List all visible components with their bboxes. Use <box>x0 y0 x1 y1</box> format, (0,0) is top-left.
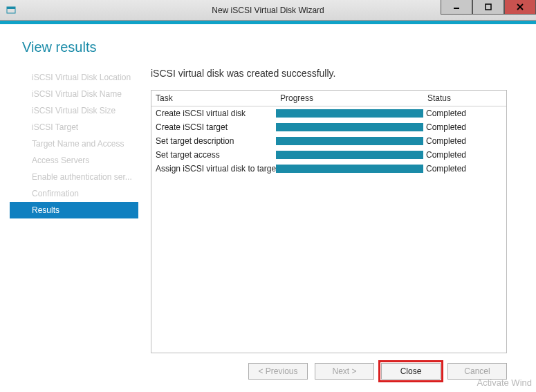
cancel-button: Cancel <box>447 363 507 380</box>
window-title: New iSCSI Virtual Disk Wizard <box>212 6 324 15</box>
progress-cell <box>276 109 423 118</box>
task-cell: Set target access <box>151 150 276 160</box>
status-cell: Completed <box>423 150 506 160</box>
progress-bar <box>276 123 423 131</box>
result-message: iSCSI virtual disk was created successfu… <box>151 68 507 79</box>
sidebar-step-8[interactable]: Results <box>10 202 138 218</box>
progress-bar <box>276 137 423 145</box>
table-row: Create iSCSI targetCompleted <box>151 120 506 134</box>
status-cell: Completed <box>423 109 506 118</box>
maximize-button[interactable] <box>472 0 504 15</box>
sidebar-step-6: Enable authentication ser... <box>22 169 138 185</box>
table-row: Create iSCSI virtual diskCompleted <box>151 106 506 120</box>
main-panel: iSCSI virtual disk was created successfu… <box>138 68 536 353</box>
task-cell: Assign iSCSI virtual disk to target <box>151 164 276 174</box>
table-row: Set target accessCompleted <box>151 148 506 162</box>
status-cell: Completed <box>423 122 506 132</box>
progress-bar <box>276 151 423 159</box>
progress-cell <box>276 137 423 145</box>
progress-cell <box>276 123 423 131</box>
minimize-button[interactable] <box>441 0 472 15</box>
close-button[interactable]: Close <box>381 363 441 380</box>
window-controls <box>441 0 536 20</box>
sidebar-step-4: Target Name and Access <box>22 136 138 152</box>
progress-cell <box>276 165 423 173</box>
progress-bar <box>276 109 423 118</box>
sidebar-step-0: iSCSI Virtual Disk Location <box>22 69 138 86</box>
previous-button: < Previous <box>248 363 308 380</box>
grid-header: Task Progress Status <box>151 91 506 106</box>
progress-cell <box>276 151 423 159</box>
col-header-status[interactable]: Status <box>423 91 506 106</box>
sidebar-step-3: iSCSI Target <box>22 119 138 136</box>
page-heading: View results <box>0 24 536 68</box>
results-grid: Task Progress Status Create iSCSI virtua… <box>151 90 507 353</box>
wizard-buttons: < Previous Next > Close Cancel <box>0 353 536 392</box>
svg-rect-3 <box>486 4 491 10</box>
sidebar-step-5: Access Servers <box>22 152 138 169</box>
task-cell: Create iSCSI target <box>151 122 276 132</box>
progress-bar <box>276 165 423 173</box>
sidebar-step-1: iSCSI Virtual Disk Name <box>22 86 138 102</box>
wizard-sidebar: iSCSI Virtual Disk LocationiSCSI Virtual… <box>0 68 138 353</box>
status-cell: Completed <box>423 136 506 146</box>
table-row: Assign iSCSI virtual disk to targetCompl… <box>151 162 506 176</box>
col-header-task[interactable]: Task <box>151 91 276 106</box>
sidebar-step-2: iSCSI Virtual Disk Size <box>22 102 138 119</box>
task-cell: Create iSCSI virtual disk <box>151 109 276 118</box>
task-cell: Set target description <box>151 136 276 146</box>
col-header-progress[interactable]: Progress <box>276 91 423 106</box>
table-row: Set target descriptionCompleted <box>151 134 506 148</box>
window-close-button[interactable] <box>504 0 536 15</box>
svg-rect-1 <box>7 7 15 9</box>
titlebar[interactable]: New iSCSI Virtual Disk Wizard <box>0 0 536 21</box>
status-cell: Completed <box>423 164 506 174</box>
next-button: Next > <box>315 363 374 380</box>
app-icon <box>6 5 17 16</box>
sidebar-step-7: Confirmation <box>22 185 138 202</box>
